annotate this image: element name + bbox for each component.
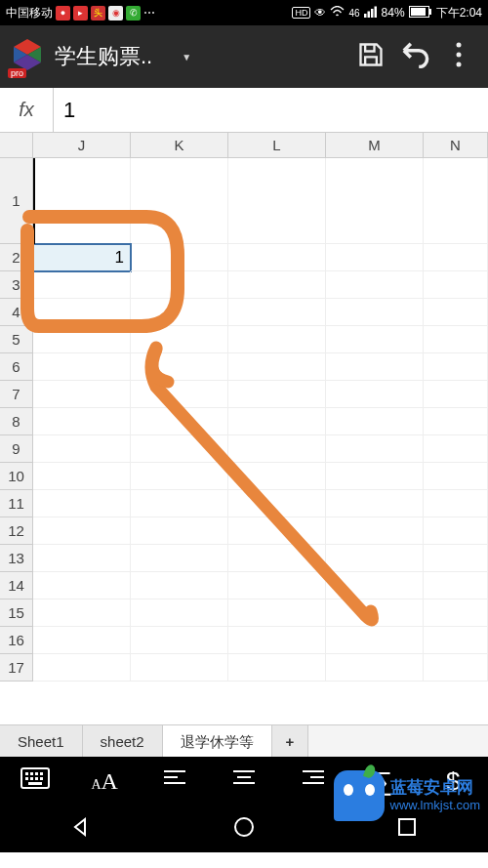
- sheet-tab[interactable]: sheet2: [83, 725, 163, 757]
- cell[interactable]: [228, 435, 326, 463]
- cell[interactable]: [326, 435, 424, 463]
- keyboard-button[interactable]: [6, 767, 64, 795]
- undo-button[interactable]: [392, 41, 436, 72]
- cell[interactable]: [33, 353, 131, 381]
- cell[interactable]: [424, 654, 488, 682]
- cell[interactable]: [326, 599, 424, 627]
- cell[interactable]: [33, 599, 131, 627]
- row-header[interactable]: 7: [0, 381, 33, 408]
- cell[interactable]: [228, 244, 326, 271]
- col-header[interactable]: L: [228, 133, 326, 158]
- cell[interactable]: [424, 463, 488, 490]
- cell[interactable]: [326, 244, 424, 271]
- row-header[interactable]: 1: [0, 158, 33, 244]
- row-header[interactable]: 14: [0, 572, 33, 599]
- cell[interactable]: [228, 654, 326, 682]
- cell[interactable]: [33, 381, 131, 408]
- cell[interactable]: [228, 299, 326, 326]
- selected-cell[interactable]: 1: [33, 244, 131, 271]
- cell[interactable]: [326, 299, 424, 326]
- row-header[interactable]: 5: [0, 326, 33, 353]
- cell[interactable]: [424, 381, 488, 408]
- cell[interactable]: [326, 654, 424, 682]
- cell[interactable]: [424, 158, 488, 244]
- cell[interactable]: [131, 654, 228, 682]
- cell[interactable]: [228, 627, 326, 654]
- cell[interactable]: [228, 326, 326, 353]
- cell[interactable]: [228, 517, 326, 545]
- cell[interactable]: [326, 381, 424, 408]
- cell[interactable]: [424, 517, 488, 545]
- cell[interactable]: [131, 545, 228, 572]
- add-sheet-button[interactable]: +: [272, 725, 309, 757]
- nav-home-button[interactable]: [232, 815, 256, 843]
- cell[interactable]: [424, 545, 488, 572]
- cell[interactable]: [228, 490, 326, 517]
- cell[interactable]: [424, 627, 488, 654]
- col-header[interactable]: M: [326, 133, 424, 158]
- app-logo[interactable]: pro: [8, 37, 47, 76]
- cell[interactable]: [131, 435, 228, 463]
- cell[interactable]: [326, 490, 424, 517]
- overflow-menu-button[interactable]: [436, 42, 480, 71]
- cell[interactable]: [131, 271, 228, 299]
- row-header[interactable]: 3: [0, 271, 33, 299]
- cell[interactable]: [131, 244, 228, 271]
- cell[interactable]: [326, 463, 424, 490]
- cell[interactable]: [131, 599, 228, 627]
- cell[interactable]: [33, 271, 131, 299]
- cell[interactable]: [33, 326, 131, 353]
- formula-input[interactable]: [54, 88, 488, 132]
- col-header[interactable]: J: [33, 133, 131, 158]
- cell[interactable]: [424, 353, 488, 381]
- cell[interactable]: [424, 299, 488, 326]
- col-header[interactable]: N: [424, 133, 488, 158]
- cell[interactable]: [131, 353, 228, 381]
- row-header[interactable]: 2: [0, 244, 33, 271]
- sheet-tab[interactable]: Sheet1: [0, 725, 83, 757]
- cell[interactable]: [33, 299, 131, 326]
- cell[interactable]: [131, 326, 228, 353]
- cell[interactable]: [33, 572, 131, 599]
- cell[interactable]: [131, 627, 228, 654]
- row-header[interactable]: 16: [0, 627, 33, 654]
- document-title-dropdown[interactable]: 学生购票.. ▼: [55, 42, 348, 71]
- select-all-corner[interactable]: [0, 133, 33, 158]
- cell[interactable]: [33, 545, 131, 572]
- row-header[interactable]: 15: [0, 599, 33, 627]
- cell[interactable]: [131, 381, 228, 408]
- cell[interactable]: [424, 244, 488, 271]
- cell[interactable]: [131, 517, 228, 545]
- cell[interactable]: [33, 435, 131, 463]
- row-header[interactable]: 9: [0, 435, 33, 463]
- row-header[interactable]: 11: [0, 490, 33, 517]
- cell[interactable]: [326, 545, 424, 572]
- cell[interactable]: [326, 326, 424, 353]
- cell[interactable]: [326, 627, 424, 654]
- cell[interactable]: [131, 408, 228, 435]
- cell[interactable]: [424, 435, 488, 463]
- cell[interactable]: [228, 599, 326, 627]
- cell[interactable]: [33, 463, 131, 490]
- row-header[interactable]: 12: [0, 517, 33, 545]
- cell[interactable]: [33, 517, 131, 545]
- sheet-tab-active[interactable]: 退学休学等: [163, 725, 272, 757]
- font-button[interactable]: AA: [75, 768, 134, 795]
- row-header[interactable]: 10: [0, 463, 33, 490]
- cell[interactable]: [326, 271, 424, 299]
- cell[interactable]: [228, 353, 326, 381]
- align-left-button[interactable]: [145, 768, 204, 794]
- cell[interactable]: [33, 408, 131, 435]
- row-header[interactable]: 4: [0, 299, 33, 326]
- row-header[interactable]: 17: [0, 654, 33, 682]
- cell[interactable]: [326, 158, 424, 244]
- cell[interactable]: [33, 490, 131, 517]
- cell[interactable]: [131, 463, 228, 490]
- cell[interactable]: [424, 271, 488, 299]
- cell[interactable]: [228, 158, 326, 244]
- cell[interactable]: [228, 572, 326, 599]
- cell[interactable]: [326, 517, 424, 545]
- save-button[interactable]: [348, 41, 392, 72]
- cell[interactable]: [228, 408, 326, 435]
- cell[interactable]: [228, 381, 326, 408]
